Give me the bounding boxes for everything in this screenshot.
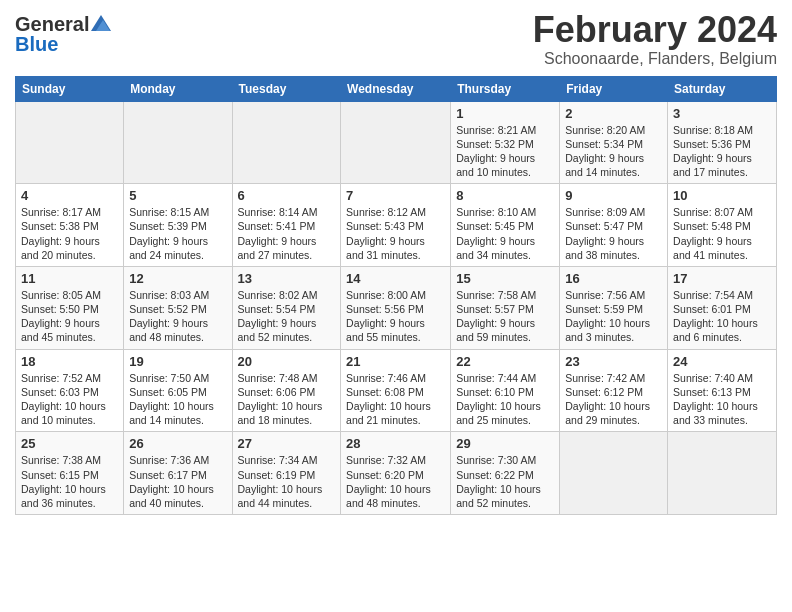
- calendar-cell: 18Sunrise: 7:52 AM Sunset: 6:03 PM Dayli…: [16, 349, 124, 432]
- calendar-cell: 14Sunrise: 8:00 AM Sunset: 5:56 PM Dayli…: [341, 266, 451, 349]
- logo-general-text: General: [15, 14, 89, 34]
- calendar-cell: [232, 101, 341, 184]
- day-number: 27: [238, 436, 336, 451]
- day-info: Sunrise: 7:32 AM Sunset: 6:20 PM Dayligh…: [346, 453, 445, 510]
- day-header-sunday: Sunday: [16, 76, 124, 101]
- day-number: 9: [565, 188, 662, 203]
- day-info: Sunrise: 8:10 AM Sunset: 5:45 PM Dayligh…: [456, 205, 554, 262]
- day-number: 12: [129, 271, 226, 286]
- day-header-thursday: Thursday: [451, 76, 560, 101]
- day-number: 29: [456, 436, 554, 451]
- day-number: 16: [565, 271, 662, 286]
- calendar-cell: 25Sunrise: 7:38 AM Sunset: 6:15 PM Dayli…: [16, 432, 124, 515]
- calendar-cell: 7Sunrise: 8:12 AM Sunset: 5:43 PM Daylig…: [341, 184, 451, 267]
- day-header-monday: Monday: [124, 76, 232, 101]
- day-number: 21: [346, 354, 445, 369]
- day-info: Sunrise: 8:21 AM Sunset: 5:32 PM Dayligh…: [456, 123, 554, 180]
- calendar-cell: 24Sunrise: 7:40 AM Sunset: 6:13 PM Dayli…: [668, 349, 777, 432]
- day-number: 3: [673, 106, 771, 121]
- calendar-cell: 5Sunrise: 8:15 AM Sunset: 5:39 PM Daylig…: [124, 184, 232, 267]
- calendar-cell: [16, 101, 124, 184]
- day-number: 22: [456, 354, 554, 369]
- day-info: Sunrise: 7:54 AM Sunset: 6:01 PM Dayligh…: [673, 288, 771, 345]
- calendar-cell: [668, 432, 777, 515]
- calendar-cell: 21Sunrise: 7:46 AM Sunset: 6:08 PM Dayli…: [341, 349, 451, 432]
- calendar-header-row: SundayMondayTuesdayWednesdayThursdayFrid…: [16, 76, 777, 101]
- day-number: 19: [129, 354, 226, 369]
- calendar-cell: 3Sunrise: 8:18 AM Sunset: 5:36 PM Daylig…: [668, 101, 777, 184]
- day-number: 4: [21, 188, 118, 203]
- day-info: Sunrise: 8:09 AM Sunset: 5:47 PM Dayligh…: [565, 205, 662, 262]
- calendar-cell: 20Sunrise: 7:48 AM Sunset: 6:06 PM Dayli…: [232, 349, 341, 432]
- day-number: 28: [346, 436, 445, 451]
- title-area: February 2024 Schoonaarde, Flanders, Bel…: [533, 10, 777, 68]
- calendar-cell: 6Sunrise: 8:14 AM Sunset: 5:41 PM Daylig…: [232, 184, 341, 267]
- day-number: 7: [346, 188, 445, 203]
- day-info: Sunrise: 8:07 AM Sunset: 5:48 PM Dayligh…: [673, 205, 771, 262]
- day-number: 10: [673, 188, 771, 203]
- day-header-friday: Friday: [560, 76, 668, 101]
- logo-blue-text: Blue: [15, 34, 58, 54]
- day-info: Sunrise: 8:00 AM Sunset: 5:56 PM Dayligh…: [346, 288, 445, 345]
- day-info: Sunrise: 7:48 AM Sunset: 6:06 PM Dayligh…: [238, 371, 336, 428]
- day-header-saturday: Saturday: [668, 76, 777, 101]
- day-info: Sunrise: 8:05 AM Sunset: 5:50 PM Dayligh…: [21, 288, 118, 345]
- day-info: Sunrise: 8:14 AM Sunset: 5:41 PM Dayligh…: [238, 205, 336, 262]
- calendar-cell: 28Sunrise: 7:32 AM Sunset: 6:20 PM Dayli…: [341, 432, 451, 515]
- day-number: 11: [21, 271, 118, 286]
- calendar-body: 1Sunrise: 8:21 AM Sunset: 5:32 PM Daylig…: [16, 101, 777, 514]
- day-header-tuesday: Tuesday: [232, 76, 341, 101]
- day-number: 20: [238, 354, 336, 369]
- day-info: Sunrise: 8:15 AM Sunset: 5:39 PM Dayligh…: [129, 205, 226, 262]
- day-info: Sunrise: 7:34 AM Sunset: 6:19 PM Dayligh…: [238, 453, 336, 510]
- day-number: 26: [129, 436, 226, 451]
- day-number: 14: [346, 271, 445, 286]
- calendar-week-row: 11Sunrise: 8:05 AM Sunset: 5:50 PM Dayli…: [16, 266, 777, 349]
- day-info: Sunrise: 7:44 AM Sunset: 6:10 PM Dayligh…: [456, 371, 554, 428]
- calendar-cell: 1Sunrise: 8:21 AM Sunset: 5:32 PM Daylig…: [451, 101, 560, 184]
- calendar-cell: 22Sunrise: 7:44 AM Sunset: 6:10 PM Dayli…: [451, 349, 560, 432]
- calendar-cell: 11Sunrise: 8:05 AM Sunset: 5:50 PM Dayli…: [16, 266, 124, 349]
- calendar-week-row: 1Sunrise: 8:21 AM Sunset: 5:32 PM Daylig…: [16, 101, 777, 184]
- calendar-week-row: 25Sunrise: 7:38 AM Sunset: 6:15 PM Dayli…: [16, 432, 777, 515]
- calendar-cell: 10Sunrise: 8:07 AM Sunset: 5:48 PM Dayli…: [668, 184, 777, 267]
- day-info: Sunrise: 7:30 AM Sunset: 6:22 PM Dayligh…: [456, 453, 554, 510]
- day-number: 8: [456, 188, 554, 203]
- day-number: 18: [21, 354, 118, 369]
- day-info: Sunrise: 8:20 AM Sunset: 5:34 PM Dayligh…: [565, 123, 662, 180]
- calendar-cell: 27Sunrise: 7:34 AM Sunset: 6:19 PM Dayli…: [232, 432, 341, 515]
- day-info: Sunrise: 7:42 AM Sunset: 6:12 PM Dayligh…: [565, 371, 662, 428]
- day-info: Sunrise: 7:36 AM Sunset: 6:17 PM Dayligh…: [129, 453, 226, 510]
- day-info: Sunrise: 7:56 AM Sunset: 5:59 PM Dayligh…: [565, 288, 662, 345]
- calendar-cell: 23Sunrise: 7:42 AM Sunset: 6:12 PM Dayli…: [560, 349, 668, 432]
- day-info: Sunrise: 7:40 AM Sunset: 6:13 PM Dayligh…: [673, 371, 771, 428]
- day-header-wednesday: Wednesday: [341, 76, 451, 101]
- day-number: 17: [673, 271, 771, 286]
- calendar-week-row: 18Sunrise: 7:52 AM Sunset: 6:03 PM Dayli…: [16, 349, 777, 432]
- header: General Blue February 2024 Schoonaarde, …: [15, 10, 777, 68]
- day-number: 2: [565, 106, 662, 121]
- day-number: 5: [129, 188, 226, 203]
- calendar-cell: [560, 432, 668, 515]
- day-number: 23: [565, 354, 662, 369]
- day-info: Sunrise: 8:17 AM Sunset: 5:38 PM Dayligh…: [21, 205, 118, 262]
- day-number: 1: [456, 106, 554, 121]
- day-info: Sunrise: 7:38 AM Sunset: 6:15 PM Dayligh…: [21, 453, 118, 510]
- calendar-cell: 26Sunrise: 7:36 AM Sunset: 6:17 PM Dayli…: [124, 432, 232, 515]
- day-info: Sunrise: 7:52 AM Sunset: 6:03 PM Dayligh…: [21, 371, 118, 428]
- calendar-cell: 12Sunrise: 8:03 AM Sunset: 5:52 PM Dayli…: [124, 266, 232, 349]
- calendar-cell: [341, 101, 451, 184]
- day-number: 24: [673, 354, 771, 369]
- calendar-cell: 2Sunrise: 8:20 AM Sunset: 5:34 PM Daylig…: [560, 101, 668, 184]
- calendar-cell: 8Sunrise: 8:10 AM Sunset: 5:45 PM Daylig…: [451, 184, 560, 267]
- day-info: Sunrise: 8:12 AM Sunset: 5:43 PM Dayligh…: [346, 205, 445, 262]
- day-number: 13: [238, 271, 336, 286]
- calendar-cell: 29Sunrise: 7:30 AM Sunset: 6:22 PM Dayli…: [451, 432, 560, 515]
- calendar-week-row: 4Sunrise: 8:17 AM Sunset: 5:38 PM Daylig…: [16, 184, 777, 267]
- day-number: 15: [456, 271, 554, 286]
- day-number: 25: [21, 436, 118, 451]
- calendar-table: SundayMondayTuesdayWednesdayThursdayFrid…: [15, 76, 777, 515]
- day-info: Sunrise: 8:03 AM Sunset: 5:52 PM Dayligh…: [129, 288, 226, 345]
- calendar-cell: 19Sunrise: 7:50 AM Sunset: 6:05 PM Dayli…: [124, 349, 232, 432]
- calendar-cell: 4Sunrise: 8:17 AM Sunset: 5:38 PM Daylig…: [16, 184, 124, 267]
